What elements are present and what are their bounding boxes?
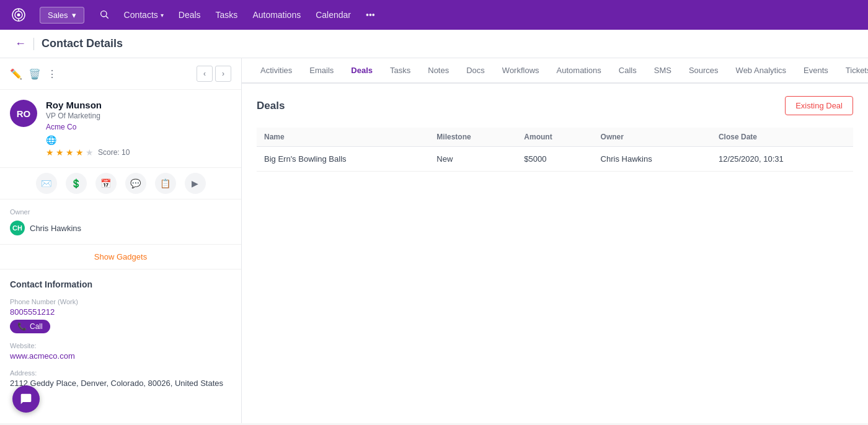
star-3: ★ <box>66 147 74 157</box>
page-header: ← Contact Details <box>0 30 868 58</box>
phone-label: Phone Number (Work) <box>10 298 231 305</box>
contact-actions-bar: ✏️ 🗑️ ⋮ ‹ › <box>0 58 241 90</box>
app-logo <box>10 6 27 24</box>
next-contact-button[interactable]: › <box>215 66 231 82</box>
col-close date: Close Date <box>711 128 853 147</box>
deals-section-title: Deals <box>257 100 285 112</box>
contact-info-text: Roy Munson VP Of Marketing Acme Co 🌐 ★ ★… <box>46 100 231 157</box>
address-label: Address: <box>10 369 231 377</box>
svg-point-5 <box>100 11 106 16</box>
back-button[interactable]: ← <box>15 37 26 50</box>
show-gadgets-button[interactable]: Show Gadgets <box>0 245 241 269</box>
deal-name[interactable]: Big Ern's Bowling Balls <box>257 147 429 172</box>
contact-info-section: Contact Information Phone Number (Work) … <box>0 269 241 406</box>
deals-header: Deals Existing Deal <box>257 96 853 115</box>
avatar: RO <box>10 100 37 127</box>
nav-tasks[interactable]: Tasks <box>216 10 238 20</box>
star-1: ★ <box>46 147 54 157</box>
col-name: Name <box>257 128 429 147</box>
nav-more[interactable]: ••• <box>366 10 375 20</box>
deal-close-date: 12/25/2020, 10:31 <box>711 147 853 172</box>
contact-name: Roy Munson <box>46 100 231 110</box>
tab-deals[interactable]: Deals <box>342 58 381 84</box>
nav-calendar[interactable]: Calendar <box>316 10 351 20</box>
address-field: Address: 2112 Geddy Place, Denver, Color… <box>10 369 231 388</box>
nav-contacts[interactable]: Contacts ▾ <box>124 10 164 20</box>
chat-bubble-button[interactable] <box>12 385 40 413</box>
tab-sources[interactable]: Sources <box>680 58 727 84</box>
star-5-empty: ★ <box>86 147 94 157</box>
main-layout: ✏️ 🗑️ ⋮ ‹ › RO Roy Munson VP Of Marketin… <box>0 58 868 423</box>
website-field: Website: www.acmeco.com <box>10 342 231 361</box>
nav-deals[interactable]: Deals <box>179 10 201 20</box>
tab-workflows[interactable]: Workflows <box>494 58 548 84</box>
tab-calls[interactable]: Calls <box>610 58 645 84</box>
tab-tickets[interactable]: Tickets <box>837 58 868 84</box>
tab-events[interactable]: Events <box>795 58 837 84</box>
prev-contact-button[interactable]: ‹ <box>197 66 213 82</box>
header-divider <box>33 38 34 50</box>
website-icon: 🌐 <box>46 135 231 145</box>
owner-section: Owner CH Chris Hawkins <box>0 199 241 245</box>
contact-stars: ★ ★ ★ ★ ★ Score: 10 <box>46 147 231 157</box>
left-panel: ✏️ 🗑️ ⋮ ‹ › RO Roy Munson VP Of Marketin… <box>0 58 242 423</box>
top-navigation: Sales ▾ Contacts ▾ Deals Tasks Automatio… <box>0 0 868 30</box>
more-options-icon[interactable]: ⋮ <box>47 68 57 80</box>
phone-value[interactable]: 8005551212 <box>10 307 231 317</box>
email-button[interactable]: ✉️ <box>36 173 57 194</box>
nav-links: Contacts ▾ Deals Tasks Automations Calen… <box>124 10 375 20</box>
contact-info-title: Contact Information <box>10 279 231 289</box>
schedule-button[interactable]: 📋 <box>155 173 176 194</box>
svg-point-2 <box>17 14 20 17</box>
workspace-dropdown[interactable]: Sales ▾ <box>40 7 84 24</box>
pagination-buttons: ‹ › <box>197 66 231 82</box>
website-value[interactable]: www.acmeco.com <box>10 351 231 361</box>
call-icon: 📞 <box>17 322 27 331</box>
right-panel: ActivitiesEmailsDealsTasksNotesDocsWorkf… <box>242 58 868 423</box>
deal-milestone: New <box>429 147 516 172</box>
deals-table: NameMilestoneAmountOwnerClose Date Big E… <box>257 128 853 172</box>
owner-name: Chris Hawkins <box>30 224 81 233</box>
nav-automations[interactable]: Automations <box>252 10 301 20</box>
col-amount: Amount <box>516 128 593 147</box>
deals-content: Deals Existing Deal NameMilestoneAmountO… <box>242 84 868 184</box>
star-4: ★ <box>76 147 84 157</box>
payment-button[interactable]: 💲 <box>66 173 87 194</box>
message-button[interactable]: 💬 <box>125 173 146 194</box>
table-row: Big Ern's Bowling BallsNew$5000Chris Haw… <box>257 147 853 172</box>
col-owner: Owner <box>593 128 711 147</box>
address-value: 2112 Geddy Place, Denver, Colorado, 8002… <box>10 379 231 388</box>
svg-line-6 <box>106 16 108 19</box>
calendar-button[interactable]: 📅 <box>95 173 117 194</box>
contact-quick-actions: ✉️ 💲 📅 💬 📋 ▶ <box>0 167 241 199</box>
owner-label: Owner <box>10 208 231 216</box>
owner-avatar: CH <box>10 221 25 235</box>
call-button[interactable]: 📞 Call <box>10 320 50 333</box>
tab-docs[interactable]: Docs <box>458 58 494 84</box>
deal-amount: $5000 <box>516 147 593 172</box>
tab-activities[interactable]: Activities <box>252 58 301 84</box>
tab-notes[interactable]: Notes <box>419 58 458 84</box>
existing-deal-button[interactable]: Existing Deal <box>785 96 853 115</box>
tabs-bar: ActivitiesEmailsDealsTasksNotesDocsWorkf… <box>242 58 868 84</box>
page-title: Contact Details <box>42 37 123 50</box>
edit-icon[interactable]: ✏️ <box>10 68 22 80</box>
search-button[interactable] <box>97 7 112 24</box>
contact-company[interactable]: Acme Co <box>46 123 231 131</box>
tab-automations[interactable]: Automations <box>548 58 610 84</box>
col-milestone: Milestone <box>429 128 516 147</box>
tab-sms[interactable]: SMS <box>645 58 680 84</box>
delete-icon[interactable]: 🗑️ <box>29 68 41 80</box>
tab-tasks[interactable]: Tasks <box>381 58 419 84</box>
deal-owner: Chris Hawkins <box>593 147 711 172</box>
tab-web-analytics[interactable]: Web Analytics <box>727 58 795 84</box>
tab-emails[interactable]: Emails <box>301 58 342 84</box>
call-button-label: Call <box>30 322 43 331</box>
owner-info: CH Chris Hawkins <box>10 221 231 235</box>
contact-edit-actions: ✏️ 🗑️ ⋮ <box>10 68 57 80</box>
send-button[interactable]: ▶ <box>185 173 206 194</box>
contact-job-title: VP Of Marketing <box>46 112 231 120</box>
contact-score: Score: 10 <box>98 148 130 157</box>
contact-profile: RO Roy Munson VP Of Marketing Acme Co 🌐 … <box>0 90 241 167</box>
website-label: Website: <box>10 342 231 349</box>
